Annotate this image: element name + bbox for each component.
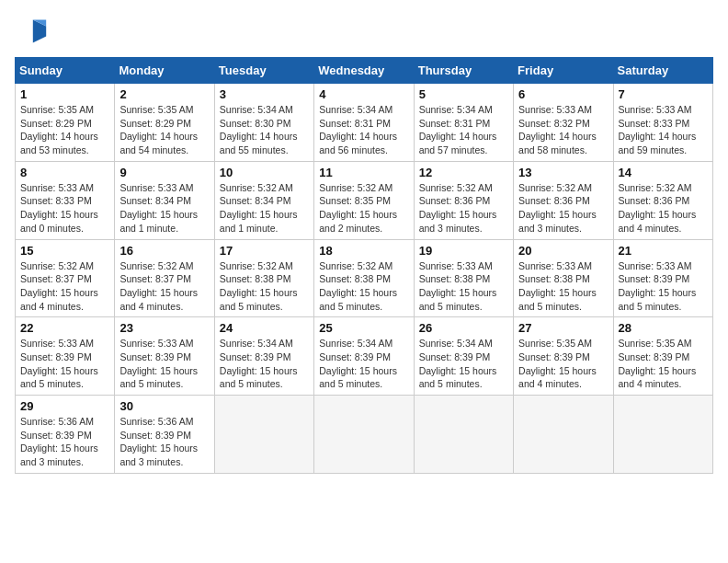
calendar-day-cell: 28 Sunrise: 5:35 AM Sunset: 8:39 PM Dayl… xyxy=(613,317,712,396)
calendar-day-cell: 7 Sunrise: 5:33 AM Sunset: 8:33 PM Dayli… xyxy=(613,84,712,162)
calendar-day-cell: 30 Sunrise: 5:36 AM Sunset: 8:39 PM Dayl… xyxy=(115,396,214,474)
day-info: Sunrise: 5:32 AM Sunset: 8:36 PM Dayligh… xyxy=(619,181,708,236)
calendar-day-cell xyxy=(414,396,513,474)
col-sunday: Sunday xyxy=(16,58,115,84)
day-number: 16 xyxy=(119,244,209,258)
day-info: Sunrise: 5:32 AM Sunset: 8:36 PM Dayligh… xyxy=(419,181,508,236)
col-monday: Monday xyxy=(115,58,214,84)
calendar-day-cell: 19 Sunrise: 5:33 AM Sunset: 8:38 PM Dayl… xyxy=(414,239,513,317)
day-info: Sunrise: 5:34 AM Sunset: 8:30 PM Dayligh… xyxy=(220,103,309,157)
day-number: 2 xyxy=(119,87,209,101)
calendar-day-cell: 14 Sunrise: 5:32 AM Sunset: 8:36 PM Dayl… xyxy=(613,161,712,239)
day-number: 27 xyxy=(518,321,608,335)
day-number: 28 xyxy=(619,321,708,335)
day-info: Sunrise: 5:34 AM Sunset: 8:31 PM Dayligh… xyxy=(419,103,508,157)
calendar-day-cell: 5 Sunrise: 5:34 AM Sunset: 8:31 PM Dayli… xyxy=(414,84,513,162)
calendar-day-cell: 4 Sunrise: 5:34 AM Sunset: 8:31 PM Dayli… xyxy=(314,84,414,162)
col-saturday: Saturday xyxy=(613,58,712,84)
day-info: Sunrise: 5:32 AM Sunset: 8:37 PM Dayligh… xyxy=(20,259,109,314)
day-number: 22 xyxy=(20,321,109,335)
day-info: Sunrise: 5:33 AM Sunset: 8:39 PM Dayligh… xyxy=(119,337,209,391)
day-number: 15 xyxy=(20,244,109,258)
day-number: 8 xyxy=(20,166,109,179)
day-info: Sunrise: 5:32 AM Sunset: 8:35 PM Dayligh… xyxy=(319,181,408,236)
day-info: Sunrise: 5:35 AM Sunset: 8:39 PM Dayligh… xyxy=(619,337,708,391)
calendar-day-cell: 15 Sunrise: 5:32 AM Sunset: 8:37 PM Dayl… xyxy=(16,239,115,317)
calendar-day-cell xyxy=(613,396,712,474)
day-info: Sunrise: 5:33 AM Sunset: 8:33 PM Dayligh… xyxy=(619,103,708,157)
calendar-week-row: 1 Sunrise: 5:35 AM Sunset: 8:29 PM Dayli… xyxy=(16,84,713,162)
day-number: 14 xyxy=(619,166,708,179)
calendar-week-row: 15 Sunrise: 5:32 AM Sunset: 8:37 PM Dayl… xyxy=(16,239,713,317)
day-number: 26 xyxy=(419,321,508,335)
day-info: Sunrise: 5:36 AM Sunset: 8:39 PM Dayligh… xyxy=(20,415,109,469)
day-info: Sunrise: 5:32 AM Sunset: 8:38 PM Dayligh… xyxy=(220,259,309,314)
day-number: 30 xyxy=(119,399,209,413)
day-number: 7 xyxy=(619,87,708,101)
day-number: 17 xyxy=(220,244,309,258)
calendar-day-cell: 22 Sunrise: 5:33 AM Sunset: 8:39 PM Dayl… xyxy=(16,317,115,396)
day-number: 9 xyxy=(119,166,209,179)
calendar-day-cell: 3 Sunrise: 5:34 AM Sunset: 8:30 PM Dayli… xyxy=(214,84,313,162)
calendar-day-cell: 23 Sunrise: 5:33 AM Sunset: 8:39 PM Dayl… xyxy=(115,317,214,396)
calendar-day-cell: 8 Sunrise: 5:33 AM Sunset: 8:33 PM Dayli… xyxy=(16,161,115,239)
day-number: 25 xyxy=(319,321,408,335)
calendar-day-cell: 16 Sunrise: 5:32 AM Sunset: 8:37 PM Dayl… xyxy=(115,239,214,317)
calendar-day-cell: 27 Sunrise: 5:35 AM Sunset: 8:39 PM Dayl… xyxy=(514,317,613,396)
calendar-day-cell: 18 Sunrise: 5:32 AM Sunset: 8:38 PM Dayl… xyxy=(314,239,414,317)
calendar-day-cell xyxy=(314,396,414,474)
day-info: Sunrise: 5:32 AM Sunset: 8:36 PM Dayligh… xyxy=(518,181,608,236)
calendar-day-cell: 17 Sunrise: 5:32 AM Sunset: 8:38 PM Dayl… xyxy=(214,239,313,317)
day-info: Sunrise: 5:34 AM Sunset: 8:39 PM Dayligh… xyxy=(220,337,309,391)
calendar-day-cell: 11 Sunrise: 5:32 AM Sunset: 8:35 PM Dayl… xyxy=(314,161,414,239)
calendar-day-cell xyxy=(514,396,613,474)
calendar-day-cell: 20 Sunrise: 5:33 AM Sunset: 8:38 PM Dayl… xyxy=(514,239,613,317)
calendar-body: 1 Sunrise: 5:35 AM Sunset: 8:29 PM Dayli… xyxy=(16,84,713,474)
calendar-week-row: 29 Sunrise: 5:36 AM Sunset: 8:39 PM Dayl… xyxy=(16,396,713,474)
calendar-day-cell: 13 Sunrise: 5:32 AM Sunset: 8:36 PM Dayl… xyxy=(514,161,613,239)
day-info: Sunrise: 5:33 AM Sunset: 8:38 PM Dayligh… xyxy=(419,259,508,314)
calendar-day-cell: 2 Sunrise: 5:35 AM Sunset: 8:29 PM Dayli… xyxy=(115,84,214,162)
calendar-day-cell: 1 Sunrise: 5:35 AM Sunset: 8:29 PM Dayli… xyxy=(16,84,115,162)
day-number: 12 xyxy=(419,166,508,179)
calendar-day-cell: 24 Sunrise: 5:34 AM Sunset: 8:39 PM Dayl… xyxy=(214,317,313,396)
day-info: Sunrise: 5:32 AM Sunset: 8:34 PM Dayligh… xyxy=(220,181,309,236)
calendar-day-cell: 10 Sunrise: 5:32 AM Sunset: 8:34 PM Dayl… xyxy=(214,161,313,239)
day-info: Sunrise: 5:35 AM Sunset: 8:29 PM Dayligh… xyxy=(20,103,109,157)
day-number: 29 xyxy=(20,399,109,413)
calendar-week-row: 8 Sunrise: 5:33 AM Sunset: 8:33 PM Dayli… xyxy=(16,161,713,239)
day-number: 20 xyxy=(518,244,608,258)
day-info: Sunrise: 5:33 AM Sunset: 8:34 PM Dayligh… xyxy=(119,181,209,236)
day-info: Sunrise: 5:33 AM Sunset: 8:33 PM Dayligh… xyxy=(20,181,109,236)
calendar-week-row: 22 Sunrise: 5:33 AM Sunset: 8:39 PM Dayl… xyxy=(16,317,713,396)
day-number: 21 xyxy=(619,244,708,258)
page-header xyxy=(15,15,713,48)
day-info: Sunrise: 5:34 AM Sunset: 8:31 PM Dayligh… xyxy=(319,103,408,157)
day-info: Sunrise: 5:32 AM Sunset: 8:37 PM Dayligh… xyxy=(119,259,209,314)
day-number: 19 xyxy=(419,244,508,258)
day-info: Sunrise: 5:32 AM Sunset: 8:38 PM Dayligh… xyxy=(319,259,408,314)
day-number: 13 xyxy=(518,166,608,179)
day-info: Sunrise: 5:35 AM Sunset: 8:39 PM Dayligh… xyxy=(518,337,608,391)
calendar-day-cell: 21 Sunrise: 5:33 AM Sunset: 8:39 PM Dayl… xyxy=(613,239,712,317)
calendar-header-row: Sunday Monday Tuesday Wednesday Thursday… xyxy=(16,58,713,84)
col-tuesday: Tuesday xyxy=(214,58,313,84)
calendar-day-cell: 12 Sunrise: 5:32 AM Sunset: 8:36 PM Dayl… xyxy=(414,161,513,239)
day-info: Sunrise: 5:34 AM Sunset: 8:39 PM Dayligh… xyxy=(319,337,408,391)
day-number: 1 xyxy=(20,87,109,101)
calendar-day-cell: 25 Sunrise: 5:34 AM Sunset: 8:39 PM Dayl… xyxy=(314,317,414,396)
day-number: 4 xyxy=(319,87,408,101)
day-number: 18 xyxy=(319,244,408,258)
calendar-table: Sunday Monday Tuesday Wednesday Thursday… xyxy=(15,57,713,474)
day-info: Sunrise: 5:33 AM Sunset: 8:38 PM Dayligh… xyxy=(518,259,608,314)
day-number: 3 xyxy=(220,87,309,101)
calendar-day-cell: 29 Sunrise: 5:36 AM Sunset: 8:39 PM Dayl… xyxy=(16,396,115,474)
col-wednesday: Wednesday xyxy=(314,58,414,84)
day-info: Sunrise: 5:33 AM Sunset: 8:39 PM Dayligh… xyxy=(619,259,708,314)
logo-icon xyxy=(15,15,48,48)
col-friday: Friday xyxy=(514,58,613,84)
day-number: 24 xyxy=(220,321,309,335)
day-number: 5 xyxy=(419,87,508,101)
day-number: 10 xyxy=(220,166,309,179)
day-number: 11 xyxy=(319,166,408,179)
